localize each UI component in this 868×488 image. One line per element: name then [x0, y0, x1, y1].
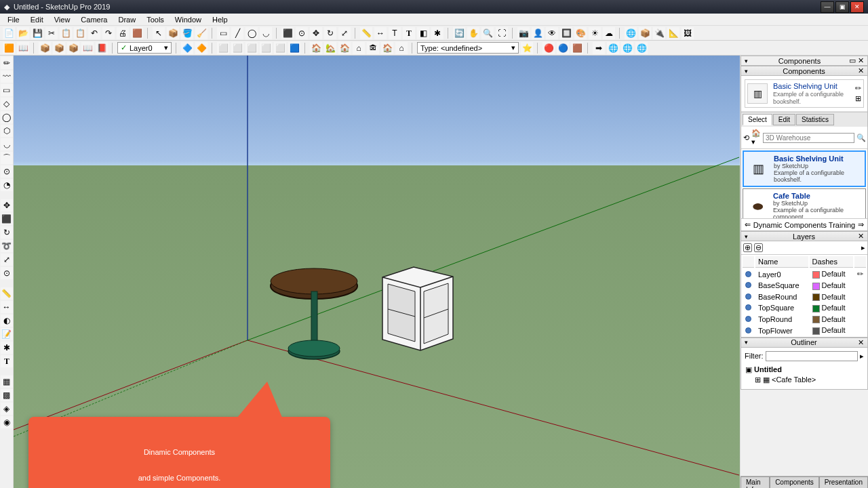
tb-section2-icon[interactable]: 🔲: [560, 27, 572, 39]
tb-scale-icon[interactable]: ⤢: [338, 27, 351, 39]
menu-edit[interactable]: Edit: [26, 14, 48, 25]
lt-circle-icon[interactable]: ◯: [1, 111, 13, 123]
menu-draw[interactable]: Draw: [113, 14, 140, 25]
tb-house4-icon[interactable]: ⌂: [353, 42, 365, 54]
visibility-icon[interactable]: [745, 304, 751, 310]
lt-3dtext-icon[interactable]: 𝐓: [1, 355, 13, 367]
lt-sandbox1-icon[interactable]: ▦: [1, 375, 13, 388]
lt-3parc-icon[interactable]: ⊙: [1, 165, 13, 178]
outliner-tree[interactable]: ▣ Untitled ⊞ ▦ <Cafe Table>: [743, 363, 865, 387]
lt-move-icon[interactable]: ✥: [1, 199, 13, 211]
tb-standard2-icon[interactable]: 📖: [17, 42, 29, 54]
tree-root[interactable]: ▣ Untitled: [745, 365, 863, 375]
tb-fog-icon[interactable]: ☁: [603, 27, 615, 39]
menu-view[interactable]: View: [50, 14, 75, 25]
tab-statistics[interactable]: Statistics: [796, 114, 834, 125]
type-dropdown[interactable]: Type: <undefined> ▾: [417, 42, 519, 54]
tb-anim4-icon[interactable]: 🌐: [635, 42, 648, 54]
tb-ext-icon[interactable]: 🔌: [653, 27, 665, 39]
tb-3dw-icon[interactable]: 📦: [639, 27, 651, 39]
component-list[interactable]: ▥ Basic Shelving Unit by SketchUp Exampl…: [741, 149, 867, 218]
tb-pan-icon[interactable]: ✋: [467, 27, 479, 39]
tb-blue-icon[interactable]: 🟦: [288, 42, 300, 54]
tb-house3-icon[interactable]: 🏠: [338, 42, 351, 54]
tb-model-icon[interactable]: 🟫: [131, 27, 143, 39]
tab-edit[interactable]: Edit: [773, 114, 795, 125]
tb-redo-icon[interactable]: ↷: [102, 27, 115, 39]
tb-front-icon[interactable]: ⬜: [245, 42, 258, 54]
tb-house5-icon[interactable]: 🏚: [367, 42, 379, 54]
tb-copy-icon[interactable]: 📋: [60, 27, 72, 39]
panel-collapse-icon[interactable]: ✕: [858, 338, 864, 347]
lt-axes-icon[interactable]: ✱: [1, 342, 13, 354]
tb-style-icon[interactable]: 🎨: [574, 27, 587, 39]
tb-view2-icon[interactable]: 🔶: [195, 42, 208, 54]
tb-standard1-icon[interactable]: 🟧: [3, 42, 15, 54]
tb-solid3-icon[interactable]: 📦: [67, 42, 79, 54]
tb-component-icon[interactable]: 📦: [167, 27, 179, 39]
visibility-icon[interactable]: [745, 293, 751, 300]
nav-back-icon[interactable]: ⟲: [743, 134, 749, 142]
tb-orbit-icon[interactable]: 🔄: [453, 27, 465, 39]
tb-offset-icon[interactable]: ⊙: [296, 27, 308, 39]
visibility-icon[interactable]: [745, 282, 751, 288]
tb-solid2-icon[interactable]: 📦: [53, 42, 65, 54]
tb-right-icon[interactable]: ⬜: [260, 42, 272, 54]
layer-add-button[interactable]: ⊕: [743, 243, 752, 252]
layer-dropdown[interactable]: ✓ Layer0 ▾: [117, 42, 172, 54]
tb-move-icon[interactable]: ✥: [310, 27, 322, 39]
lt-protractor-icon[interactable]: ◐: [1, 314, 13, 327]
tb-house1-icon[interactable]: 🏠: [310, 42, 322, 54]
layer-menu-icon[interactable]: ▸: [861, 243, 865, 252]
panel-collapse-icon[interactable]: ✕: [858, 232, 864, 241]
tb-line-icon[interactable]: ╱: [231, 27, 243, 39]
viewport[interactable]: Dinamic Components and simple Components…: [14, 56, 740, 488]
list-item[interactable]: ⬬ Cafe Table by SketchUp Example of a co…: [743, 188, 866, 218]
panel-collapse-icon[interactable]: ✕: [858, 66, 864, 75]
tb-back-icon[interactable]: ⬜: [274, 42, 286, 54]
tb-paste-icon[interactable]: 📋: [74, 27, 86, 39]
tb-zoom-icon[interactable]: 🔍: [481, 27, 494, 39]
edit-icon[interactable]: ✏: [857, 270, 863, 278]
tb-dc2-icon[interactable]: 🔴: [542, 42, 555, 54]
main-panel-header[interactable]: Components ▭ ✕: [741, 56, 868, 66]
tb-rotate-icon[interactable]: ↻: [324, 27, 336, 39]
tb-undo-icon[interactable]: ↶: [88, 27, 100, 39]
search-icon[interactable]: 🔍: [856, 134, 866, 142]
layer-row[interactable]: BaseSquare Default: [743, 281, 866, 291]
tb-section-icon[interactable]: ◧: [417, 27, 429, 39]
tb-solid4-icon[interactable]: 📖: [81, 42, 94, 54]
outliner-panel-header[interactable]: Outliner ✕: [741, 338, 868, 348]
btab-main-info[interactable]: Main Info: [741, 476, 770, 488]
tb-house6-icon[interactable]: 🏠: [381, 42, 393, 54]
nav-home-icon[interactable]: 🏠▾: [751, 129, 761, 146]
tab-select[interactable]: Select: [743, 114, 772, 125]
tb-print-icon[interactable]: 🖨: [117, 27, 129, 39]
lt-arc-icon[interactable]: ◡: [1, 138, 13, 150]
lt-sandbox4-icon[interactable]: ◉: [1, 416, 13, 428]
menu-help[interactable]: Help: [208, 14, 233, 25]
tb-shadow-icon[interactable]: ☀: [589, 27, 601, 39]
expand-icon[interactable]: ⊞: [755, 375, 761, 384]
tb-house2-icon[interactable]: 🏡: [324, 42, 336, 54]
tb-rectangle-icon[interactable]: ▭: [217, 27, 229, 39]
nav-next-icon[interactable]: ⇒: [858, 220, 864, 229]
tb-camera-icon[interactable]: 📷: [517, 27, 530, 39]
tb-select-icon[interactable]: ↖: [153, 27, 165, 39]
lt-freehand-icon[interactable]: 〰: [1, 70, 13, 83]
preview-action1-icon[interactable]: ✏: [855, 84, 861, 93]
lt-pie-icon[interactable]: ◔: [1, 179, 13, 191]
btab-components[interactable]: Components: [770, 476, 819, 488]
tree-child[interactable]: ⊞ ▦ <Cafe Table>: [745, 375, 863, 385]
lt-pencil-icon[interactable]: ✏: [1, 57, 13, 69]
maximize-button[interactable]: ▣: [835, 1, 849, 13]
tb-arc-icon[interactable]: ◡: [260, 27, 272, 39]
btab-presentation[interactable]: Presentation: [819, 476, 868, 488]
layer-row[interactable]: TopFlower Default: [743, 325, 866, 336]
visibility-icon[interactable]: [745, 316, 751, 322]
tb-zoom-extents-icon[interactable]: ⛶: [496, 27, 508, 39]
tb-look-icon[interactable]: 👁: [546, 27, 558, 39]
list-item[interactable]: ▥ Basic Shelving Unit by SketchUp Exampl…: [743, 150, 866, 187]
lt-dim-icon[interactable]: ↔: [1, 301, 13, 313]
tb-iso-icon[interactable]: ⬜: [217, 42, 229, 54]
